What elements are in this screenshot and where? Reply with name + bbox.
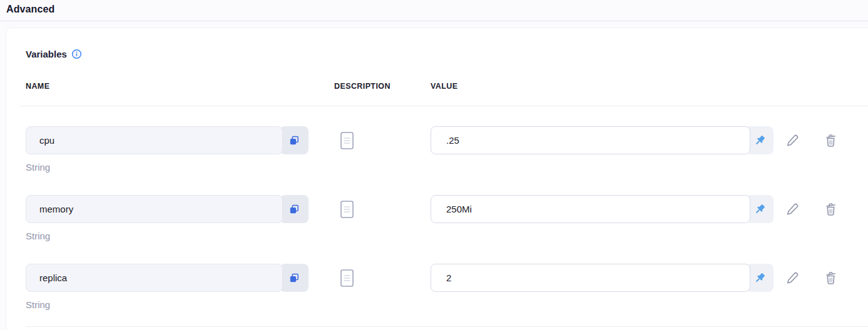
- description-button[interactable]: [339, 269, 354, 288]
- section-title: Variables: [26, 49, 82, 59]
- variable-row-memory: String: [6, 195, 868, 260]
- description-icon: [340, 132, 354, 149]
- value-field-group: [431, 126, 774, 154]
- variable-type-label: String: [26, 299, 50, 310]
- delete-button[interactable]: [822, 132, 839, 149]
- pin-icon: [753, 203, 766, 216]
- copy-icon: [288, 204, 300, 215]
- info-icon-glyph: [71, 49, 82, 59]
- value-field-group: [431, 195, 774, 223]
- trash-icon: [824, 201, 838, 217]
- copy-icon: [288, 272, 300, 284]
- variables-page: { "page": { "title": "Advanced" }, "vari…: [0, 0, 868, 330]
- pin-icon: [753, 272, 766, 284]
- copy-button[interactable]: [280, 264, 309, 292]
- description-icon: [340, 269, 354, 287]
- variable-row-replica: String: [6, 264, 868, 329]
- description-button[interactable]: [339, 200, 354, 219]
- column-header-name: NAME: [26, 82, 49, 91]
- pencil-icon: [785, 202, 800, 216]
- value-field-group: [431, 264, 774, 292]
- name-field-group: [26, 195, 309, 223]
- pencil-icon: [785, 133, 800, 148]
- variables-panel: Variables NAME DESCRIPTION VALUE String: [6, 28, 868, 330]
- edit-button[interactable]: [784, 269, 800, 286]
- header-divider: [0, 21, 868, 21]
- delete-button[interactable]: [822, 201, 839, 218]
- column-header-description: DESCRIPTION: [334, 82, 391, 91]
- name-field-group: [26, 264, 309, 292]
- variable-type-label: String: [26, 162, 50, 172]
- section-title-label: Variables: [26, 49, 67, 59]
- variable-value-input[interactable]: [431, 126, 750, 154]
- trash-icon: [824, 270, 838, 286]
- page-title: Advanced: [6, 4, 54, 15]
- variable-value-input[interactable]: [431, 195, 750, 223]
- pencil-icon: [785, 271, 800, 285]
- edit-button[interactable]: [784, 132, 800, 149]
- variable-name-input[interactable]: [26, 126, 283, 154]
- edit-button[interactable]: [784, 201, 800, 218]
- description-button[interactable]: [339, 131, 354, 150]
- copy-button[interactable]: [280, 195, 309, 223]
- column-header-value: VALUE: [431, 82, 457, 91]
- trash-icon: [824, 132, 838, 148]
- copy-icon: [288, 135, 300, 146]
- table-header-divider: [20, 106, 868, 106]
- variable-row-cpu: String: [6, 126, 868, 191]
- name-field-group: [26, 126, 309, 154]
- copy-button[interactable]: [280, 126, 309, 154]
- variable-name-input[interactable]: [26, 195, 283, 223]
- variable-type-label: String: [26, 231, 50, 241]
- delete-button[interactable]: [822, 269, 839, 286]
- variable-name-input[interactable]: [26, 264, 283, 292]
- description-icon: [340, 201, 354, 218]
- pin-icon: [753, 134, 766, 147]
- info-icon[interactable]: [71, 49, 82, 59]
- table-bottom-divider: [26, 326, 868, 327]
- variable-value-input[interactable]: [431, 264, 750, 292]
